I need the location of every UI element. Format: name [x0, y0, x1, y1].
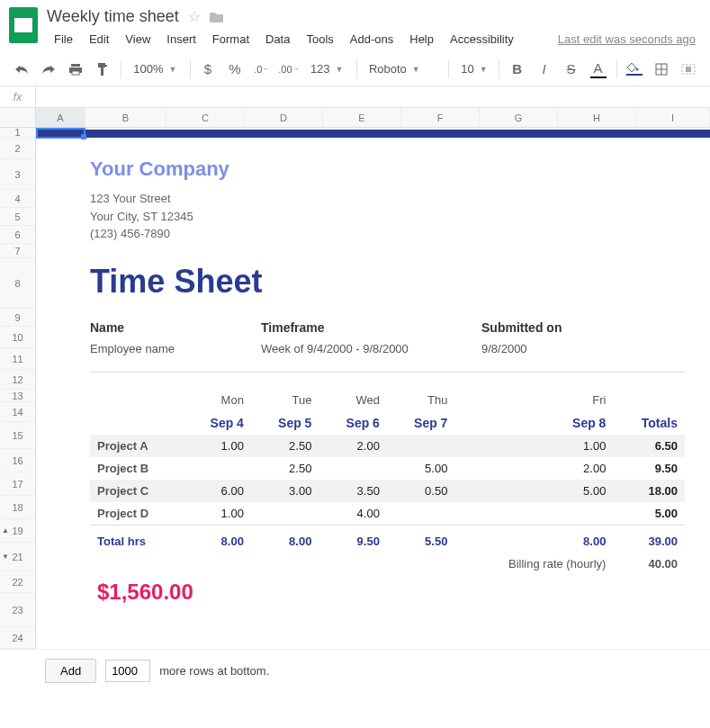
col-header[interactable]: H — [558, 108, 636, 127]
col-header[interactable]: I — [636, 108, 710, 127]
decrease-decimal-button[interactable]: .0← — [249, 57, 274, 82]
italic-button[interactable]: I — [532, 57, 557, 82]
row-total[interactable]: 6.50 — [613, 435, 685, 457]
row-header[interactable]: 4 — [0, 190, 35, 208]
timeframe-value[interactable]: Week of 9/4/2000 - 9/8/2000 — [261, 342, 481, 355]
day-header[interactable]: Wed — [319, 389, 387, 411]
timeframe-label[interactable]: Timeframe — [261, 320, 481, 335]
col-header[interactable]: C — [166, 108, 245, 127]
day-header[interactable]: Mon — [183, 389, 251, 411]
name-value[interactable]: Employee name — [90, 342, 261, 355]
project-name[interactable]: Project D — [90, 502, 183, 526]
print-button[interactable] — [63, 57, 88, 82]
hours-cell[interactable]: 2.50 — [251, 457, 319, 480]
menu-edit[interactable]: Edit — [82, 30, 116, 49]
col-header[interactable]: F — [401, 108, 480, 127]
hours-cell[interactable]: 3.00 — [251, 480, 319, 502]
bold-button[interactable]: B — [505, 57, 530, 82]
project-name[interactable]: Project B — [90, 457, 183, 480]
hours-cell[interactable]: 1.00 — [454, 435, 613, 457]
rows-count-input[interactable] — [105, 660, 150, 682]
submitted-label[interactable]: Submitted on — [481, 320, 621, 335]
row-header[interactable]: 8 — [0, 258, 35, 309]
date-header[interactable]: Sep 8 — [454, 411, 613, 435]
font-dropdown[interactable]: Roboto▼ — [362, 57, 443, 82]
row-header[interactable]: 24 — [0, 627, 35, 649]
row-header[interactable]: 22 — [0, 571, 35, 593]
hours-cell[interactable] — [454, 502, 613, 526]
date-header[interactable]: Sep 7 — [387, 411, 455, 435]
formula-input[interactable] — [36, 86, 710, 107]
col-header[interactable]: A — [36, 108, 85, 127]
billing-label[interactable]: Billing rate (hourly) — [454, 553, 613, 575]
col-header[interactable]: E — [323, 108, 401, 127]
project-name[interactable]: Project A — [90, 435, 183, 457]
menu-view[interactable]: View — [118, 30, 157, 49]
cell-selection[interactable] — [36, 128, 85, 139]
date-header[interactable]: Sep 4 — [183, 411, 251, 435]
sheet-title[interactable]: Time Sheet — [90, 263, 685, 301]
row-header[interactable]: 18 — [0, 496, 35, 519]
menu-file[interactable]: File — [47, 30, 80, 49]
row-header[interactable]: 16 — [0, 449, 35, 472]
total-cell[interactable]: 5.50 — [387, 525, 455, 553]
last-edit-link[interactable]: Last edit was seconds ago — [558, 32, 701, 46]
zoom-dropdown[interactable]: 100%▼ — [126, 57, 184, 82]
row-header[interactable]: 7 — [0, 244, 35, 258]
add-rows-button[interactable]: Add — [45, 659, 96, 683]
row-header[interactable]: 9 — [0, 309, 35, 327]
hours-cell[interactable] — [183, 457, 251, 480]
hours-cell[interactable]: 1.00 — [183, 502, 251, 526]
hours-cell[interactable] — [387, 435, 455, 457]
total-hrs-label[interactable]: Total hrs — [90, 525, 183, 553]
collapse-down-icon[interactable]: ▼ — [2, 553, 9, 561]
address-line[interactable]: Your City, ST 12345 — [90, 208, 685, 226]
name-label[interactable]: Name — [90, 320, 261, 335]
hours-cell[interactable] — [251, 502, 319, 526]
text-color-button[interactable]: A — [586, 57, 611, 82]
row-header[interactable]: ▼21 — [0, 543, 35, 571]
row-header[interactable]: 3 — [0, 159, 35, 190]
hours-cell[interactable] — [319, 457, 387, 480]
submitted-value[interactable]: 9/8/2000 — [481, 342, 621, 355]
menu-addons[interactable]: Add-ons — [343, 30, 400, 49]
font-size-dropdown[interactable]: 10▼ — [454, 57, 493, 82]
menu-insert[interactable]: Insert — [159, 30, 203, 49]
total-sum[interactable]: 39.00 — [613, 525, 685, 553]
hours-cell[interactable]: 5.00 — [387, 457, 455, 480]
merge-cells-button[interactable] — [676, 57, 701, 82]
day-header[interactable]: Thu — [387, 389, 455, 411]
menu-format[interactable]: Format — [205, 30, 256, 49]
hours-cell[interactable]: 1.00 — [183, 435, 251, 457]
billing-rate[interactable]: 40.00 — [613, 553, 685, 575]
total-cell[interactable]: 8.00 — [183, 525, 251, 553]
row-header[interactable]: 11 — [0, 348, 35, 370]
document-title[interactable]: Weekly time sheet — [47, 7, 179, 26]
hours-cell[interactable]: 6.00 — [183, 480, 251, 502]
company-name[interactable]: Your Company — [90, 157, 685, 181]
star-icon[interactable]: ☆ — [188, 8, 201, 25]
row-total[interactable]: 18.00 — [613, 480, 685, 502]
day-header[interactable]: Tue — [251, 389, 319, 411]
col-header[interactable]: G — [480, 108, 558, 127]
totals-header[interactable]: Totals — [613, 411, 685, 435]
hours-cell[interactable]: 5.00 — [454, 480, 613, 502]
row-header[interactable]: 5 — [0, 208, 35, 226]
menu-accessibility[interactable]: Accessibility — [443, 30, 521, 49]
number-format-dropdown[interactable]: 123▼ — [303, 57, 351, 82]
project-name[interactable]: Project C — [90, 480, 183, 502]
row-header[interactable]: 14 — [0, 402, 35, 422]
row-header[interactable]: 23 — [0, 593, 35, 627]
address-line[interactable]: 123 Your Street — [90, 190, 685, 208]
percent-button[interactable]: % — [222, 57, 247, 82]
row-header[interactable]: 1 — [0, 128, 35, 138]
strikethrough-button[interactable]: S — [559, 57, 584, 82]
phone[interactable]: (123) 456-7890 — [90, 225, 685, 243]
hours-cell[interactable] — [387, 502, 455, 526]
row-total[interactable]: 5.00 — [613, 502, 685, 526]
col-header[interactable]: B — [85, 108, 166, 127]
date-header[interactable]: Sep 5 — [251, 411, 319, 435]
collapse-up-icon[interactable]: ▲ — [2, 526, 9, 535]
row-header[interactable]: 6 — [0, 226, 35, 244]
hours-cell[interactable]: 2.00 — [319, 435, 387, 457]
